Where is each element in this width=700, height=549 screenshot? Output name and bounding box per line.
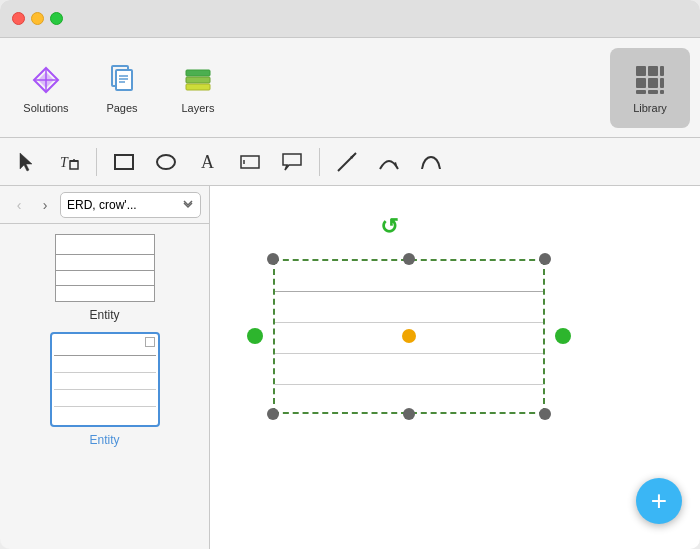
fab-icon: + (651, 485, 667, 517)
layers-icon (180, 62, 216, 98)
title-bar (0, 0, 700, 38)
handle-bm (403, 408, 415, 420)
layers-label: Layers (181, 102, 214, 114)
library-label: Library (633, 102, 667, 114)
svg-rect-20 (660, 90, 664, 94)
svg-rect-10 (186, 77, 210, 83)
solutions-label: Solutions (23, 102, 68, 114)
entity-preview-1 (55, 234, 155, 302)
shape-library: Entity Entity (0, 224, 209, 549)
shape-label-2: Entity (89, 433, 119, 447)
category-name: ERD, crow'... (67, 198, 178, 212)
handle-center (402, 329, 416, 343)
svg-rect-26 (115, 155, 133, 169)
svg-rect-19 (648, 90, 658, 94)
main-content: ‹ › ERD, crow'... (0, 186, 700, 549)
handle-tr (539, 253, 551, 265)
solutions-icon (28, 62, 64, 98)
shape-item-entity1[interactable]: Entity (55, 234, 155, 322)
pages-button[interactable]: Pages (86, 48, 158, 128)
handle-ml (247, 328, 263, 344)
maximize-button[interactable] (50, 12, 63, 25)
nav-back[interactable]: ‹ (8, 194, 30, 216)
pages-icon (104, 62, 140, 98)
canvas[interactable]: ↺ + (210, 186, 700, 549)
ellipse-tool[interactable] (147, 143, 185, 181)
handle-tm (403, 253, 415, 265)
handle-br (539, 408, 551, 420)
svg-rect-16 (648, 78, 658, 88)
handle-tl (267, 253, 279, 265)
svg-rect-13 (648, 66, 658, 76)
svg-rect-12 (636, 66, 646, 76)
nav-forward[interactable]: › (34, 194, 56, 216)
sidebar: ‹ › ERD, crow'... (0, 186, 210, 549)
sidebar-nav: ‹ › ERD, crow'... (0, 186, 209, 224)
speech-tool[interactable] (273, 143, 311, 181)
library-icon (632, 62, 668, 98)
svg-rect-9 (186, 70, 210, 76)
svg-marker-21 (20, 153, 32, 171)
svg-point-27 (157, 155, 175, 169)
svg-text:A: A (201, 152, 214, 172)
select-tool[interactable] (8, 143, 46, 181)
erd-entity-container (255, 241, 565, 436)
fab-button[interactable]: + (636, 478, 682, 524)
svg-rect-18 (636, 90, 646, 94)
close-button[interactable] (12, 12, 25, 25)
pages-label: Pages (106, 102, 137, 114)
svg-rect-14 (660, 66, 664, 76)
handle-mr (555, 328, 571, 344)
subtoolbar: T A (0, 138, 700, 186)
svg-rect-5 (116, 70, 132, 90)
curve-tool[interactable] (370, 143, 408, 181)
toolbar-divider-1 (96, 148, 97, 176)
entity-preview-selected (50, 332, 160, 427)
text-tool[interactable]: A (189, 143, 227, 181)
chevron-down-icon (182, 199, 194, 211)
toolbar-divider-2 (319, 148, 320, 176)
svg-text:T: T (60, 155, 69, 170)
rectangle-tool[interactable] (105, 143, 143, 181)
svg-rect-17 (660, 78, 664, 88)
category-dropdown[interactable]: ERD, crow'... (60, 192, 201, 218)
library-button[interactable]: Library (610, 48, 690, 128)
shape-label-1: Entity (89, 308, 119, 322)
traffic-lights (12, 12, 63, 25)
minimize-button[interactable] (31, 12, 44, 25)
solutions-button[interactable]: Solutions (10, 48, 82, 128)
shape-item-entity2[interactable]: Entity (50, 332, 160, 447)
svg-rect-11 (186, 84, 210, 90)
main-toolbar: Solutions Pages Layers (0, 38, 700, 138)
input-tool[interactable] (231, 143, 269, 181)
text-select-tool[interactable]: T (50, 143, 88, 181)
handle-bl (267, 408, 279, 420)
svg-rect-23 (70, 161, 78, 169)
bezier-tool[interactable] (412, 143, 450, 181)
line-tool[interactable] (328, 143, 366, 181)
svg-rect-15 (636, 78, 646, 88)
rotate-icon: ↺ (380, 214, 398, 240)
layers-button[interactable]: Layers (162, 48, 234, 128)
